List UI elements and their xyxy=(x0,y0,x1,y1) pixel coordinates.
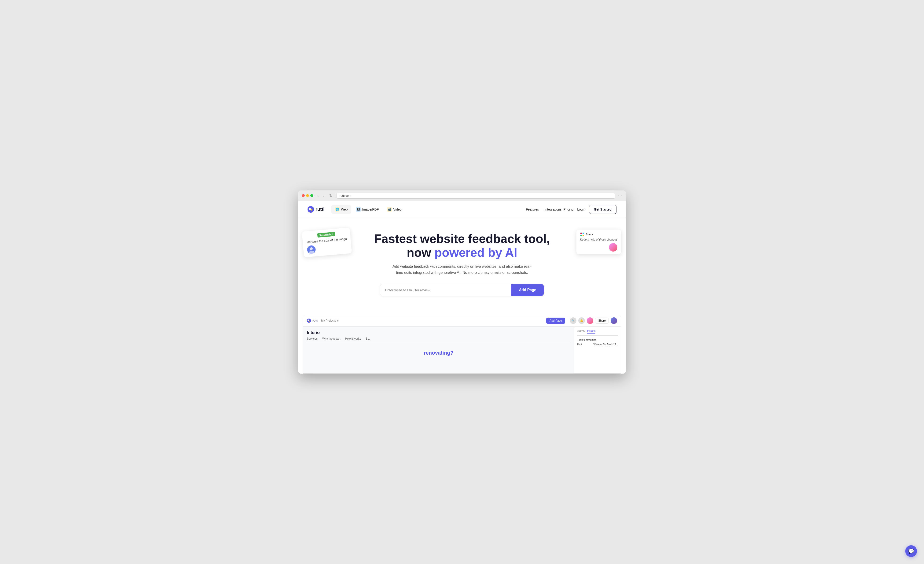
nav-tab-web[interactable]: 🌐 Web xyxy=(331,205,351,214)
get-started-button[interactable]: Get Started xyxy=(589,205,616,214)
login-button[interactable]: Login xyxy=(577,208,585,211)
nav-link-pricing[interactable]: Pricing xyxy=(563,208,573,211)
nav-actions: Pricing Login Get Started xyxy=(563,205,616,214)
notification-icon[interactable]: 🔔 xyxy=(578,317,585,324)
hero-heading-accent: powered by AI xyxy=(434,246,517,259)
hero-heading-part2: now xyxy=(407,246,434,259)
svg-rect-9 xyxy=(582,235,584,236)
left-annotation-avatar xyxy=(307,245,316,254)
chat-icon: 💬 xyxy=(908,548,914,554)
browser-window: ‹ › ↻ ruttl.com ⋯ ruttl 🌐 Web xyxy=(298,190,626,374)
slack-badge: Slack xyxy=(580,232,617,236)
font-value: "Circular Std Black", 1... xyxy=(593,343,618,346)
preview-sidebar: Activity Inspect - Text Formatting Font … xyxy=(574,326,621,373)
preview-breadcrumb: My Projects ∨ xyxy=(321,319,339,322)
nav-tab-image-label: Image/PDF xyxy=(362,208,379,211)
url-input[interactable] xyxy=(380,284,512,296)
preview-logo: ruttl xyxy=(307,319,318,323)
preview-icons: 🔍 🔔 Share xyxy=(570,317,617,324)
close-dot[interactable] xyxy=(302,194,305,197)
logo-text: ruttl xyxy=(315,207,325,212)
preview-body: Interio Services Why movedart How it wor… xyxy=(303,326,621,373)
url-input-area: Add Page xyxy=(380,284,544,296)
nav-link-features[interactable]: Features xyxy=(526,208,539,211)
logo[interactable]: ruttl xyxy=(308,206,325,213)
right-annotation-avatar xyxy=(609,243,617,251)
logo-icon xyxy=(308,206,314,213)
site-nav: ruttl 🌐 Web 🖼 Image/PDF 📹 Video Features xyxy=(298,201,626,218)
nav-tab-image[interactable]: 🖼 Image/PDF xyxy=(352,205,382,214)
hero-heading-part1: Fastest website feedback tool, xyxy=(374,232,550,245)
nav-tab-video[interactable]: 📹 Video xyxy=(383,205,405,214)
svg-point-0 xyxy=(308,206,314,213)
font-row: Font "Circular Std Black", 1... xyxy=(577,343,618,346)
chevron-down-icon: ∨ xyxy=(337,319,339,322)
preview-nav-item-why[interactable]: Why movedart xyxy=(322,337,340,340)
left-annotation-card: Screenshot Increase the size of the imag… xyxy=(302,227,352,257)
reload-button[interactable]: ↻ xyxy=(328,193,334,199)
nav-tabs: 🌐 Web 🖼 Image/PDF 📹 Video xyxy=(331,205,520,214)
hero-heading: Fastest website feedback tool, now power… xyxy=(368,232,556,260)
svg-rect-8 xyxy=(580,235,582,236)
maximize-dot[interactable] xyxy=(310,194,313,197)
nav-links: Features Integrations xyxy=(526,208,561,211)
browser-titlebar: ‹ › ↻ ruttl.com ⋯ xyxy=(298,190,626,201)
avatar-svg xyxy=(307,245,316,254)
search-icon[interactable]: 🔍 xyxy=(570,317,576,324)
preview-logo-icon xyxy=(307,319,311,323)
browser-menu-button[interactable]: ⋯ xyxy=(618,193,622,198)
image-icon: 🖼 xyxy=(356,207,361,212)
browser-nav: ‹ › ↻ xyxy=(316,193,334,199)
preview-content-text: renovating? xyxy=(307,350,570,356)
preview-logo-text: ruttl xyxy=(312,319,318,322)
screenshot-badge: Screenshot xyxy=(317,232,335,238)
address-text: ruttl.com xyxy=(340,194,351,197)
svg-point-2 xyxy=(311,209,312,211)
slack-icon xyxy=(580,232,584,236)
text-formatting-header: - Text Formatting xyxy=(577,338,618,341)
user-avatar-icon[interactable] xyxy=(587,317,593,324)
minimize-dot[interactable] xyxy=(306,194,309,197)
preview-nav-item-bl[interactable]: Bl... xyxy=(366,337,370,340)
activity-tab[interactable]: Activity xyxy=(577,329,585,334)
svg-point-1 xyxy=(309,208,311,210)
slack-label: Slack xyxy=(586,233,593,236)
nav-tab-video-label: Video xyxy=(393,208,402,211)
add-page-button[interactable]: Add Page xyxy=(512,284,544,296)
preview-page-title: Interio xyxy=(307,330,570,335)
preview-breadcrumb-text: My Projects xyxy=(321,319,336,322)
address-bar[interactable]: ruttl.com xyxy=(336,193,615,199)
browser-dots xyxy=(302,194,313,197)
back-button[interactable]: ‹ xyxy=(316,193,320,198)
svg-rect-6 xyxy=(580,233,582,234)
preview-main: Interio Services Why movedart How it wor… xyxy=(303,326,574,373)
forward-button[interactable]: › xyxy=(322,193,326,198)
preview-page-nav: Services Why movedart How it works Bl... xyxy=(307,337,570,343)
right-annotation: Slack Keep a note of these changes xyxy=(576,230,621,254)
web-icon: 🌐 xyxy=(335,207,340,212)
svg-rect-7 xyxy=(582,233,584,234)
preview-nav-item-how[interactable]: How it works xyxy=(345,337,361,340)
nav-link-integrations[interactable]: Integrations xyxy=(544,208,561,211)
website-feedback-link[interactable]: website feedback xyxy=(400,265,429,268)
svg-point-10 xyxy=(307,319,311,323)
left-annotation: Screenshot Increase the size of the imag… xyxy=(302,227,352,257)
product-preview: ruttl My Projects ∨ Add Page 🔍 🔔 Share xyxy=(303,315,621,374)
preview-sidebar-tabs: Activity Inspect xyxy=(577,329,618,335)
text-formatting-panel: - Text Formatting Font "Circular Std Bla… xyxy=(577,338,618,346)
video-icon: 📹 xyxy=(387,207,392,212)
preview-add-page-button[interactable]: Add Page xyxy=(546,317,565,324)
right-annotation-card: Slack Keep a note of these changes xyxy=(576,230,621,254)
browser-content: ruttl 🌐 Web 🖼 Image/PDF 📹 Video Features xyxy=(298,201,626,374)
font-label: Font xyxy=(577,343,582,346)
hero-subtitle: Add website feedback with comments, dire… xyxy=(392,263,532,275)
preview-share-button[interactable]: Share xyxy=(595,317,609,324)
right-annotation-text: Keep a note of these changes xyxy=(580,238,617,241)
left-annotation-text: Increase the size of the image xyxy=(306,237,347,244)
chat-button[interactable]: 💬 xyxy=(905,545,917,557)
svg-point-11 xyxy=(308,319,309,321)
preview-user-icon[interactable] xyxy=(610,317,617,324)
svg-point-12 xyxy=(309,320,310,322)
preview-nav-item-services[interactable]: Services xyxy=(307,337,318,340)
inspect-tab[interactable]: Inspect xyxy=(587,329,596,334)
